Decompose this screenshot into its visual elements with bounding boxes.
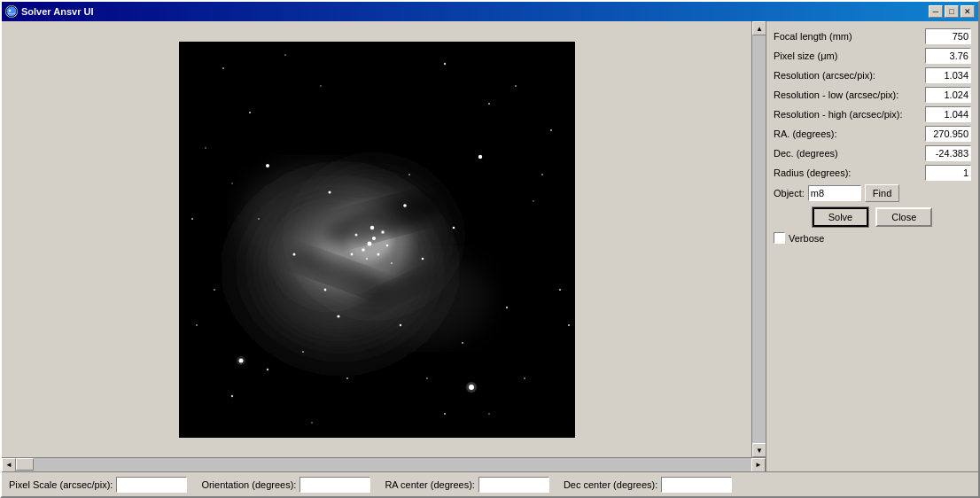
scroll-up-button[interactable]: ▲ [752,21,766,35]
svg-point-20 [385,244,388,246]
image-with-vscroll: ▲ ▼ [2,21,766,457]
focal-length-input[interactable] [925,28,971,44]
svg-point-58 [266,164,269,167]
focal-length-label: Focal length (mm) [774,31,925,42]
scroll-left-button[interactable]: ◄ [2,458,16,472]
title-bar: Solver Ansvr UI ─ □ ✕ [2,2,978,21]
dec-center-field: Dec center (degrees): [564,477,732,493]
svg-point-15 [362,248,365,252]
svg-point-0 [6,6,17,17]
hscroll-track[interactable] [16,458,751,471]
solve-button[interactable]: Solve [813,207,869,227]
image-viewport[interactable] [2,21,751,457]
vertical-scrollbar: ▲ ▼ [751,21,766,457]
pixel-scale-field: Pixel Scale (arcsec/pix): [9,477,187,493]
svg-point-30 [558,288,560,290]
svg-point-16 [377,253,379,255]
svg-point-62 [426,377,428,379]
pixel-size-row: Pixel size (μm) [774,48,971,64]
close-button-panel[interactable]: Close [875,207,932,227]
svg-point-13 [367,241,371,245]
pixel-scale-label: Pixel Scale (arcsec/pix): [9,479,113,490]
svg-point-63 [302,351,304,353]
svg-point-59 [478,154,481,158]
minimize-button[interactable]: ─ [929,5,943,18]
dec-center-value[interactable] [661,477,732,493]
resolution-high-input[interactable] [925,106,971,122]
orientation-value[interactable] [299,477,370,493]
ra-center-value[interactable] [478,477,549,493]
svg-point-22 [350,253,353,255]
main-content: ▲ ▼ ◄ ► Focal length (mm) [2,21,978,471]
find-button[interactable]: Find [865,184,899,202]
resolution-high-row: Resolution - high (arcsec/pix): [774,106,971,122]
object-input[interactable] [808,185,861,201]
pixel-size-label: Pixel size (μm) [774,51,925,61]
ra-center-label: RA center (degrees): [385,479,475,490]
svg-point-46 [328,191,331,193]
close-button[interactable]: ✕ [961,5,975,18]
svg-point-57 [237,356,245,365]
dec-input[interactable] [925,145,971,161]
svg-point-41 [541,174,543,175]
svg-point-35 [196,324,198,326]
verbose-label: Verbose [789,233,824,244]
object-label: Object: [774,188,805,198]
orientation-field: Orientation (degrees): [201,477,370,493]
pixel-size-input[interactable] [925,48,971,64]
svg-point-48 [421,257,424,260]
right-panel: Focal length (mm) Pixel size (μm) Resolu… [766,21,978,471]
resolution-low-label: Resolution - low (arcsec/pix): [774,89,925,100]
restore-button[interactable]: □ [945,5,959,18]
window-icon [5,5,18,18]
svg-point-27 [515,85,517,87]
svg-point-36 [191,218,193,220]
svg-point-12 [365,254,489,343]
svg-point-53 [452,226,455,229]
object-row: Object: Find [774,184,971,202]
dec-label: Dec. (degrees) [774,148,925,159]
svg-point-32 [444,413,446,415]
svg-point-19 [365,257,367,259]
ra-input[interactable] [925,126,971,142]
ra-center-field: RA center (degrees): [385,477,549,493]
svg-point-55 [466,382,477,393]
svg-point-50 [337,315,339,317]
status-bar: Pixel Scale (arcsec/pix): Orientation (d… [2,471,978,496]
nebula-svg [179,42,575,438]
window-title: Solver Ansvr UI [21,6,929,17]
dec-center-label: Dec center (degrees): [564,479,657,490]
svg-point-18 [381,230,385,234]
scroll-right-button[interactable]: ► [751,458,766,472]
svg-point-11 [241,166,383,272]
svg-point-23 [390,261,392,263]
hscroll-thumb[interactable] [16,458,34,471]
vscroll-track[interactable] [752,35,766,443]
svg-point-24 [222,67,224,69]
resolution-low-row: Resolution - low (arcsec/pix): [774,87,971,103]
svg-point-51 [399,323,401,325]
svg-point-44 [266,368,268,370]
svg-point-37 [205,147,206,149]
resolution-row: Resolution (arcsec/pix): [774,67,971,83]
svg-point-67 [408,174,410,175]
radius-row: Radius (degrees): [774,165,971,181]
svg-point-17 [354,233,357,236]
svg-point-42 [567,323,569,325]
pixel-scale-value[interactable] [116,477,187,493]
resolution-input[interactable] [925,67,971,83]
main-window: Solver Ansvr UI ─ □ ✕ [0,0,980,498]
svg-point-43 [488,413,490,415]
orientation-label: Orientation (degrees): [201,479,296,490]
radius-label: Radius (degrees): [774,167,925,178]
ra-label: RA. (degrees): [774,128,925,139]
verbose-checkbox[interactable] [774,232,785,244]
svg-point-33 [311,422,313,424]
focal-length-row: Focal length (mm) [774,28,971,44]
svg-point-47 [403,204,407,207]
resolution-low-input[interactable] [925,87,971,103]
resolution-high-label: Resolution - high (arcsec/pix): [774,109,925,120]
svg-point-14 [372,237,376,240]
radius-input[interactable] [925,165,971,181]
scroll-down-button[interactable]: ▼ [752,443,766,457]
